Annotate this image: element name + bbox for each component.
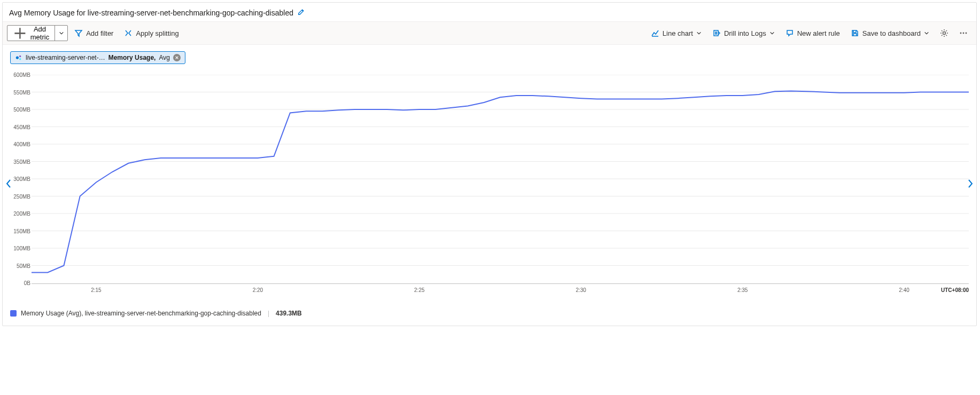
timezone-label: UTC+08:00 — [941, 287, 969, 293]
metrics-panel: Avg Memory Usage for live-streaming-serv… — [2, 2, 977, 326]
y-tick-label: 250MB — [13, 193, 30, 199]
y-tick-label: 100MB — [13, 246, 30, 251]
add-metric-split-button: Add metric — [7, 25, 68, 41]
chevron-down-icon — [59, 30, 64, 36]
y-tick-label: 600MB — [13, 72, 30, 78]
x-tick-label: 2:25 — [414, 287, 424, 293]
new-alert-rule-label: New alert rule — [797, 29, 840, 37]
toolbar-left: Add metric Add filter Apply splitting — [7, 25, 183, 41]
new-alert-rule-button[interactable]: New alert rule — [781, 26, 844, 41]
chip-resource: live-streaming-server-net-… — [26, 54, 105, 61]
legend-series-label: Memory Usage (Avg), live-streaming-serve… — [21, 310, 261, 317]
x-axis: 2:152:202:252:302:352:40UTC+08:00 — [32, 283, 969, 299]
more-icon — [959, 29, 968, 37]
y-axis-labels: 0B50MB100MB150MB200MB250MB300MB350MB400M… — [10, 75, 30, 283]
split-icon — [124, 29, 133, 37]
save-icon — [851, 29, 859, 37]
svg-point-0 — [943, 32, 946, 35]
y-tick-label: 50MB — [17, 263, 30, 268]
alert-icon — [785, 29, 794, 37]
pencil-icon — [298, 8, 305, 15]
add-filter-button[interactable]: Add filter — [70, 26, 118, 41]
panel-title: Avg Memory Usage for live-streaming-serv… — [9, 9, 293, 17]
panel-title-row: Avg Memory Usage for live-streaming-serv… — [3, 3, 976, 21]
chip-remove-button[interactable] — [173, 54, 181, 61]
y-tick-label: 0B — [24, 280, 30, 286]
add-filter-label: Add filter — [86, 29, 113, 37]
settings-button[interactable] — [936, 26, 953, 41]
svg-point-1 — [960, 33, 962, 34]
edit-title-button[interactable] — [298, 8, 305, 17]
y-tick-label: 350MB — [13, 159, 30, 164]
x-tick-label: 2:30 — [575, 287, 586, 293]
legend-swatch — [10, 310, 17, 317]
close-icon — [175, 56, 179, 60]
chart-area: 0B50MB100MB150MB200MB250MB300MB350MB400M… — [10, 75, 969, 299]
apply-splitting-label: Apply splitting — [136, 29, 178, 37]
line-chart-icon — [651, 29, 659, 37]
svg-point-4 — [16, 56, 19, 59]
svg-point-2 — [963, 33, 965, 34]
y-tick-label: 550MB — [13, 89, 30, 95]
apply-splitting-button[interactable]: Apply splitting — [120, 26, 183, 41]
chip-agg: Avg — [159, 54, 169, 61]
legend: Memory Usage (Avg), live-streaming-serve… — [3, 299, 976, 326]
y-tick-label: 450MB — [13, 124, 30, 130]
y-tick-label: 500MB — [13, 107, 30, 113]
chip-metric: Memory Usage, — [108, 54, 156, 61]
chart-type-button[interactable]: Line chart — [647, 26, 706, 41]
svg-point-6 — [19, 58, 21, 60]
save-to-dashboard-label: Save to dashboard — [862, 29, 921, 37]
x-tick-label: 2:15 — [91, 287, 101, 293]
resource-icon — [15, 54, 22, 61]
series-line — [32, 91, 969, 273]
y-tick-label: 300MB — [13, 176, 30, 182]
svg-point-3 — [966, 33, 967, 34]
more-button[interactable] — [955, 26, 972, 41]
toolbar: Add metric Add filter Apply splitting Li… — [3, 21, 976, 45]
drill-into-logs-button[interactable]: Drill into Logs — [708, 26, 779, 41]
add-metric-label: Add metric — [30, 25, 49, 41]
toolbar-right: Line chart Drill into Logs New alert rul… — [647, 26, 972, 41]
metric-chip-row: live-streaming-server-net-… Memory Usage… — [3, 45, 976, 64]
add-metric-dropdown[interactable] — [55, 26, 67, 41]
metric-chip[interactable]: live-streaming-server-net-… Memory Usage… — [10, 51, 185, 64]
add-metric-button[interactable]: Add metric — [7, 26, 55, 41]
chart-type-label: Line chart — [663, 29, 693, 37]
plot-area[interactable] — [32, 75, 969, 283]
svg-point-5 — [19, 56, 21, 58]
chevron-down-icon — [924, 30, 929, 36]
drill-into-logs-label: Drill into Logs — [724, 29, 766, 37]
logs-icon — [712, 29, 721, 37]
filter-icon — [74, 29, 83, 37]
chevron-down-icon — [696, 30, 702, 36]
x-tick-label: 2:40 — [899, 287, 909, 293]
gear-icon — [940, 29, 948, 37]
chevron-down-icon — [769, 30, 775, 36]
x-tick-label: 2:20 — [253, 287, 263, 293]
plus-icon — [13, 26, 27, 41]
legend-separator: | — [266, 310, 271, 317]
save-to-dashboard-button[interactable]: Save to dashboard — [846, 26, 934, 41]
y-tick-label: 200MB — [13, 211, 30, 217]
y-tick-label: 400MB — [13, 141, 30, 147]
legend-value: 439.3MB — [276, 310, 302, 317]
y-tick-label: 150MB — [13, 228, 30, 234]
x-tick-label: 2:35 — [737, 287, 748, 293]
